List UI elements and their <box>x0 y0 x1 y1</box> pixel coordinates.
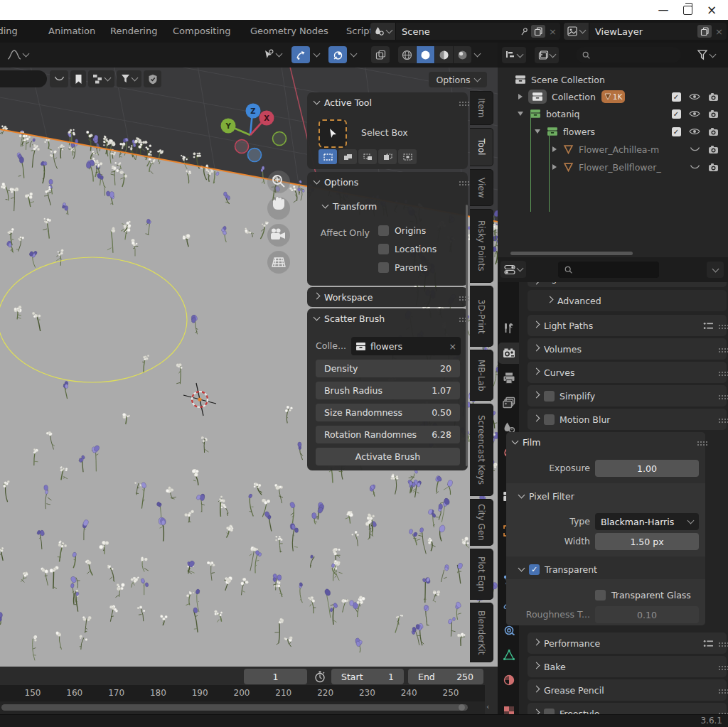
size-randomness-slider[interactable]: Size Randomness 0.50 <box>316 404 460 421</box>
overlays-dropdown[interactable] <box>311 46 321 63</box>
camera-view-button[interactable] <box>267 224 290 247</box>
tab-rendering[interactable]: Rendering <box>110 20 157 43</box>
shading-wireframe-button[interactable] <box>398 46 416 63</box>
panel-motion-blur[interactable]: Motion Blur <box>528 409 727 430</box>
unlink-scene-button[interactable]: × <box>545 26 560 37</box>
scene-name[interactable]: Scene <box>396 26 517 37</box>
filter-type-dropdown[interactable]: Blackman-Harris <box>595 513 699 530</box>
motion-blur-checkbox[interactable] <box>544 414 555 425</box>
panel-advanced[interactable]: Advanced <box>528 290 727 311</box>
panel-grip-icon[interactable] <box>719 325 720 326</box>
sidebar-tab-item[interactable]: Item <box>470 91 493 125</box>
shading-solid-button[interactable] <box>417 46 434 63</box>
window-restore-button[interactable] <box>675 0 700 20</box>
properties-tab-object-data[interactable] <box>498 645 519 666</box>
view-layer-name[interactable]: ViewLayer <box>589 26 697 37</box>
transparent-glass-checkbox[interactable] <box>595 590 606 601</box>
auto-keying-button[interactable] <box>311 669 328 684</box>
panel-grip-icon[interactable] <box>719 666 720 667</box>
panel-grip-icon[interactable] <box>459 102 461 103</box>
select-mode-subtract-button[interactable] <box>358 149 377 164</box>
filter-dropdown[interactable] <box>117 70 141 87</box>
active-tool-panel-header[interactable]: Active Tool <box>307 92 468 112</box>
panel-grease-pencil[interactable]: Grease Pencil <box>528 679 727 701</box>
outliner-row-botaniq[interactable]: botaniq ✓ <box>498 105 728 122</box>
hide-eye-toggle[interactable] <box>687 158 702 176</box>
gizmo-minus-z-axis[interactable] <box>248 149 262 162</box>
zoom-button[interactable] <box>267 171 290 193</box>
panel-simplify[interactable]: Simplify <box>528 385 727 406</box>
tab-shading[interactable]: Shading <box>0 20 18 43</box>
panel-grip-icon[interactable] <box>719 419 720 420</box>
origins-checkbox[interactable] <box>378 225 389 236</box>
camera-visibility-toggle[interactable] <box>705 88 721 105</box>
snap-toggle[interactable] <box>328 46 347 63</box>
select-mode-intersect-button[interactable] <box>398 149 417 164</box>
viewport-options-button[interactable]: Options <box>429 72 487 87</box>
film-panel-header[interactable]: Film <box>506 432 705 452</box>
sidebar-tab-plot-eqn[interactable]: Plot Eqn <box>470 549 493 600</box>
expander-icon[interactable] <box>552 164 557 170</box>
tab-geometry-nodes[interactable]: Geometry Nodes <box>250 20 328 43</box>
sidebar-tab-3d-print[interactable]: 3D-Print <box>470 286 493 347</box>
outliner-filter-dropdown[interactable] <box>697 47 715 63</box>
camera-visibility-toggle[interactable] <box>705 158 721 176</box>
expander-icon[interactable] <box>518 112 523 116</box>
editor-type-dropdown[interactable] <box>500 261 526 278</box>
properties-tab-output[interactable] <box>498 367 519 389</box>
sidebar-tab-view[interactable]: View <box>470 169 493 206</box>
browse-view-layer-button[interactable] <box>564 23 589 40</box>
options-panel-header[interactable]: Options <box>307 172 468 192</box>
window-close-button[interactable]: × <box>700 0 724 20</box>
gizmo-minus-y-axis[interactable] <box>273 132 287 146</box>
scrollbar-handle[interactable] <box>459 704 465 711</box>
exclude-checkbox[interactable]: ✓ <box>668 88 684 105</box>
panel-grip-icon[interactable] <box>459 296 461 298</box>
pin-scene-button[interactable] <box>517 25 531 38</box>
properties-tab-render[interactable] <box>498 343 519 364</box>
simplify-checkbox[interactable] <box>544 391 555 402</box>
tab-scripting[interactable]: Scripting <box>346 20 373 43</box>
locations-checkbox[interactable] <box>378 244 389 254</box>
remove-view-layer-button[interactable]: × <box>712 26 727 37</box>
presets-icon[interactable] <box>703 321 714 330</box>
hide-eye-toggle[interactable] <box>687 88 702 105</box>
scatter-brush-panel-header[interactable]: Scatter Brush <box>307 308 468 328</box>
outliner-row-scene-collection[interactable]: Scene Collection <box>498 71 728 88</box>
timeline-scrollbar[interactable] <box>1 704 468 711</box>
frame-start-field[interactable]: Start 1 <box>331 669 404 684</box>
properties-options-dropdown[interactable] <box>707 262 724 278</box>
presets-icon[interactable] <box>703 639 714 648</box>
camera-visibility-toggle[interactable] <box>705 123 721 140</box>
pan-button[interactable] <box>267 197 290 220</box>
show-overlays-toggle[interactable] <box>291 46 310 63</box>
sidebar-tab-risky-points[interactable]: Risky Points <box>470 209 493 283</box>
outliner-hscrollbar[interactable] <box>510 252 633 255</box>
transparent-subpanel-header[interactable]: ✓ Transparent <box>519 559 597 579</box>
frame-end-field[interactable]: End 250 <box>408 669 483 684</box>
orthographic-toggle-button[interactable] <box>267 251 290 274</box>
view-layer-selector[interactable]: ViewLayer × <box>564 23 727 40</box>
new-view-layer-button[interactable] <box>697 25 712 38</box>
camera-visibility-toggle[interactable] <box>705 141 721 158</box>
workspace-panel-header[interactable]: Workspace <box>307 287 468 307</box>
exposure-slider[interactable]: 1.00 <box>595 460 699 477</box>
shading-material-button[interactable] <box>435 46 453 63</box>
sidebar-tab-mb-lab[interactable]: MB-Lab <box>470 350 493 401</box>
bookmark-button[interactable] <box>70 70 86 87</box>
transform-subpanel-header[interactable]: Transform <box>307 198 468 215</box>
activate-brush-button[interactable]: Activate Brush <box>316 448 460 465</box>
outliner-row-collection[interactable]: Collection 1K ✓ <box>498 88 728 105</box>
panel-grip-icon[interactable] <box>719 372 720 373</box>
gizmo-minus-x-axis[interactable] <box>235 140 249 154</box>
select-mode-extend-button[interactable] <box>338 149 357 164</box>
panel-performance[interactable]: Performance <box>528 632 727 654</box>
properties-tab-view-layer[interactable] <box>498 392 519 414</box>
show-gizmo-dropdown[interactable] <box>259 46 286 63</box>
collection-picker[interactable]: flowers × <box>351 337 461 355</box>
outliner-search-input[interactable] <box>576 47 681 63</box>
new-scene-button[interactable] <box>531 25 545 38</box>
select-mode-invert-button[interactable] <box>378 149 397 164</box>
clear-collection-button[interactable]: × <box>449 341 456 352</box>
outliner-row-flower-bellflower[interactable]: Flower_Bellflower_ <box>498 158 728 176</box>
